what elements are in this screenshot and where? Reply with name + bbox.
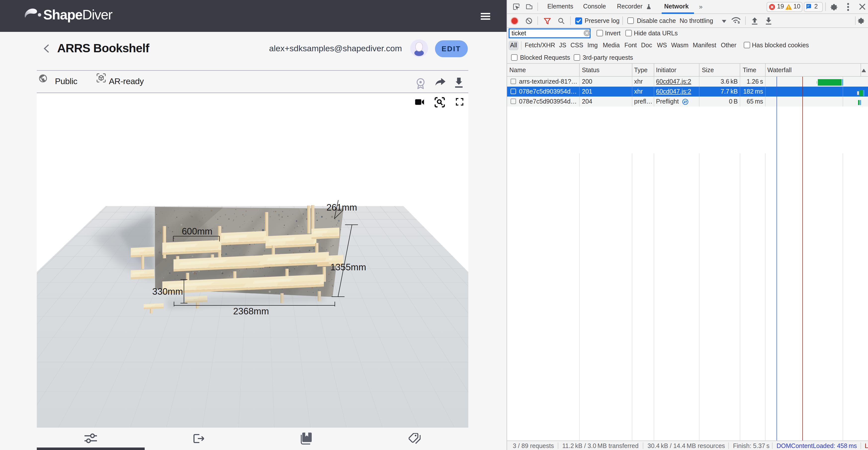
svg-text:600mm: 600mm — [182, 226, 212, 236]
svg-text:2368mm: 2368mm — [233, 306, 269, 316]
svg-text:ShapeDiver: ShapeDiver — [43, 7, 113, 22]
svg-text:1355mm: 1355mm — [330, 262, 366, 272]
svg-text:330mm: 330mm — [152, 286, 183, 297]
svg-text:261mm: 261mm — [327, 202, 357, 212]
